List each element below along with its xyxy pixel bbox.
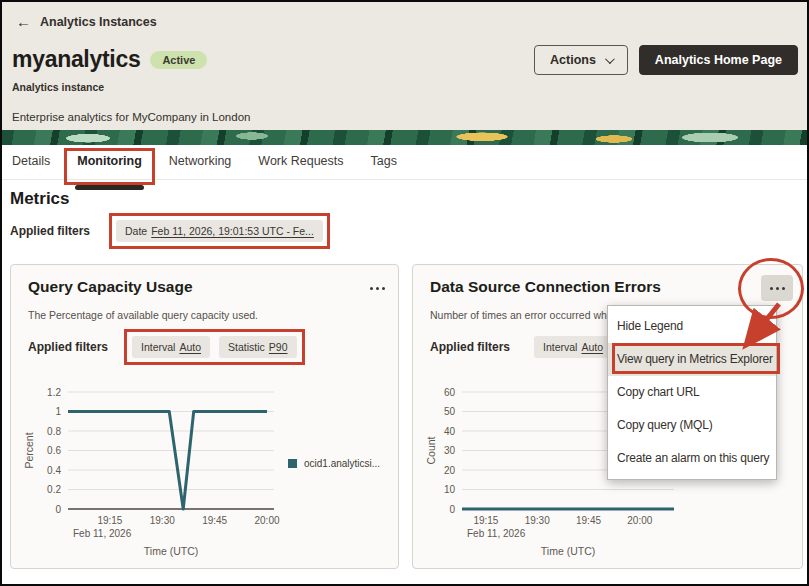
svg-text:Feb 11, 2026: Feb 11, 2026: [73, 528, 132, 539]
svg-text:20: 20: [444, 465, 456, 476]
svg-text:19:45: 19:45: [202, 515, 227, 526]
applied-filters-label: Applied filters: [430, 340, 510, 354]
svg-text:50: 50: [444, 406, 456, 417]
svg-text:0.4: 0.4: [47, 465, 61, 476]
chart-options-menu-icon-open[interactable]: [761, 275, 793, 301]
header-actions: Actions Analytics Home Page: [534, 45, 798, 75]
svg-text:19:45: 19:45: [576, 515, 601, 526]
svg-text:Count: Count: [425, 436, 437, 464]
svg-text:20:00: 20:00: [627, 515, 652, 526]
card-description: Number of times an error occurred while …: [430, 309, 626, 321]
breadcrumb[interactable]: ← Analytics Instances: [16, 13, 157, 30]
tab-bar: DetailsMonitoringNetworkingWork Requests…: [2, 145, 807, 180]
card-title: Query Capacity Usage: [28, 278, 193, 296]
page-header: ← Analytics Instances myanalytics Active…: [2, 2, 807, 130]
page: ← Analytics Instances myanalytics Active…: [0, 0, 809, 586]
card-title: Data Source Connection Errors: [430, 278, 661, 296]
decorative-banner: [2, 130, 807, 145]
svg-text:30: 30: [444, 445, 456, 456]
svg-text:20:00: 20:00: [255, 515, 280, 526]
applied-filters-label: Applied filters: [28, 340, 108, 354]
svg-text:19:30: 19:30: [525, 515, 550, 526]
analytics-home-page-button[interactable]: Analytics Home Page: [639, 45, 798, 75]
svg-text:19:30: 19:30: [150, 515, 175, 526]
title-row: myanalytics Active: [12, 46, 207, 73]
menu-item-copy-chart-url[interactable]: Copy chart URL: [608, 376, 776, 409]
card-filters-row: Applied filters IntervalAutoStatisticP90: [28, 336, 297, 358]
tab-work-requests[interactable]: Work Requests: [258, 154, 343, 179]
tab-monitoring[interactable]: Monitoring: [77, 154, 142, 179]
page-title: myanalytics: [12, 46, 140, 73]
svg-text:Time (UTC): Time (UTC): [144, 545, 198, 557]
legend-swatch: [288, 459, 297, 468]
svg-text:Percent: Percent: [23, 432, 35, 468]
instance-description: Enterprise analytics for MyCompany in Lo…: [12, 111, 250, 123]
date-filter-value[interactable]: Feb 11, 2026, 19:01:53 UTC - Fe...: [151, 225, 314, 237]
svg-text:10: 10: [444, 484, 456, 495]
svg-text:1: 1: [55, 406, 61, 417]
actions-button[interactable]: Actions: [534, 45, 628, 75]
metrics-heading: Metrics: [10, 189, 70, 209]
metrics-filters-row: Applied filters Date Feb 11, 2026, 19:01…: [10, 220, 323, 242]
svg-text:0.6: 0.6: [47, 445, 61, 456]
card-description: The Percentage of available query capaci…: [28, 309, 258, 321]
active-tab-underline: [75, 185, 144, 190]
svg-text:0: 0: [449, 504, 455, 515]
date-filter-chip[interactable]: Date Feb 11, 2026, 19:01:53 UTC - Fe...: [116, 220, 323, 242]
chevron-down-icon: [605, 54, 615, 64]
menu-item-create-an-alarm-on-this-query[interactable]: Create an alarm on this query: [608, 442, 776, 475]
svg-text:19:15: 19:15: [473, 515, 498, 526]
svg-text:19:15: 19:15: [97, 515, 122, 526]
card-query-capacity-usage: Query Capacity Usage The Percentage of a…: [10, 264, 399, 569]
card-filter-chips: IntervalAutoStatisticP90: [132, 336, 297, 358]
chart-options-menu-icon[interactable]: [361, 275, 393, 301]
breadcrumb-label[interactable]: Analytics Instances: [40, 15, 157, 29]
tab-tags[interactable]: Tags: [371, 154, 397, 179]
applied-filters-label: Applied filters: [10, 224, 90, 238]
svg-text:0.8: 0.8: [47, 426, 61, 437]
legend-label: ocid1.analyticsi...: [304, 458, 380, 469]
date-filter-prefix: Date: [125, 225, 147, 237]
chart-legend: ocid1.analyticsi...: [288, 458, 380, 469]
menu-item-copy-query-mql[interactable]: Copy query (MQL): [608, 409, 776, 442]
filter-chip-interval[interactable]: IntervalAuto: [132, 336, 210, 358]
back-arrow-icon[interactable]: ←: [16, 13, 31, 30]
svg-text:Time (UTC): Time (UTC): [541, 545, 595, 557]
tab-details[interactable]: Details: [12, 154, 50, 179]
svg-text:0: 0: [55, 504, 61, 515]
menu-item-hide-legend[interactable]: Hide Legend: [608, 310, 776, 343]
context-menu: Hide LegendView query in Metrics Explore…: [607, 305, 777, 480]
resource-type-label: Analytics instance: [12, 81, 104, 93]
actions-button-label: Actions: [550, 53, 596, 67]
query-capacity-usage-chart: 00.20.40.60.811.219:1519:3019:4520:00Feb…: [21, 377, 321, 559]
status-badge: Active: [150, 51, 207, 69]
tab-networking[interactable]: Networking: [169, 154, 232, 179]
svg-text:0.2: 0.2: [47, 484, 61, 495]
filter-chip-statistic[interactable]: StatisticP90: [219, 336, 296, 358]
svg-text:1.2: 1.2: [47, 387, 61, 398]
menu-item-view-query-in-metrics-explorer[interactable]: View query in Metrics Explorer: [608, 343, 776, 376]
filter-chip-interval[interactable]: IntervalAuto: [534, 336, 612, 358]
svg-text:60: 60: [444, 387, 456, 398]
svg-text:40: 40: [444, 426, 456, 437]
annotation-box-view-query-menu-item: [612, 343, 780, 374]
svg-text:Feb 11, 2026: Feb 11, 2026: [467, 528, 526, 539]
